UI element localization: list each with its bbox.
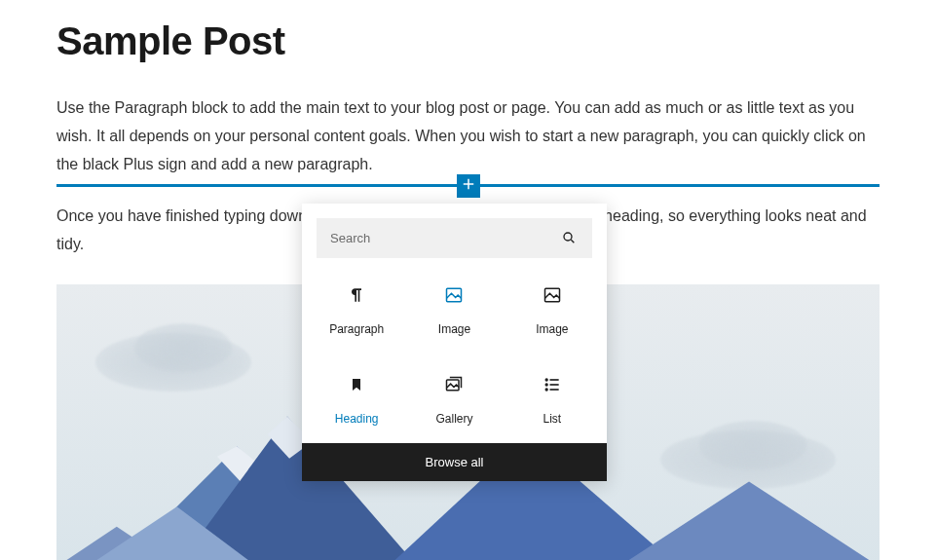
block-type-heading[interactable]: Heading [308, 367, 405, 431]
block-label: List [543, 412, 561, 426]
svg-marker-8 [618, 481, 880, 560]
block-type-image[interactable]: Image [504, 278, 601, 342]
svg-point-21 [545, 389, 547, 391]
block-type-image[interactable]: Image [405, 278, 503, 342]
block-type-paragraph[interactable]: Paragraph [308, 278, 405, 342]
browse-all-button[interactable]: Browse all [302, 443, 607, 481]
block-label: Image [438, 322, 470, 336]
block-search-input[interactable] [317, 218, 592, 258]
image-icon [541, 283, 564, 307]
paragraph-icon [345, 283, 368, 307]
block-type-gallery[interactable]: Gallery [405, 367, 503, 431]
bookmark-icon [345, 373, 368, 396]
svg-point-20 [545, 384, 547, 386]
gallery-icon [442, 373, 466, 396]
paragraph-block-1[interactable]: Use the Paragraph block to add the main … [56, 94, 880, 178]
block-label: Gallery [435, 412, 472, 426]
post-title[interactable]: Sample Post [56, 19, 880, 63]
add-block-button[interactable] [457, 174, 480, 198]
block-label: Heading [335, 412, 379, 426]
block-insert-line[interactable] [56, 184, 880, 187]
block-type-list[interactable]: List [504, 367, 601, 431]
block-label: Paragraph [329, 322, 384, 336]
search-icon [561, 230, 579, 247]
list-icon [541, 373, 564, 396]
svg-line-12 [571, 240, 574, 243]
illustration-cloud [134, 323, 232, 372]
block-inserter-popover: Paragraph Image Image [302, 204, 607, 481]
block-label: Image [536, 322, 568, 336]
plus-icon [460, 175, 477, 197]
image-icon [442, 283, 466, 307]
svg-point-11 [564, 233, 572, 241]
svg-point-19 [545, 379, 547, 381]
search-field[interactable] [317, 218, 592, 258]
